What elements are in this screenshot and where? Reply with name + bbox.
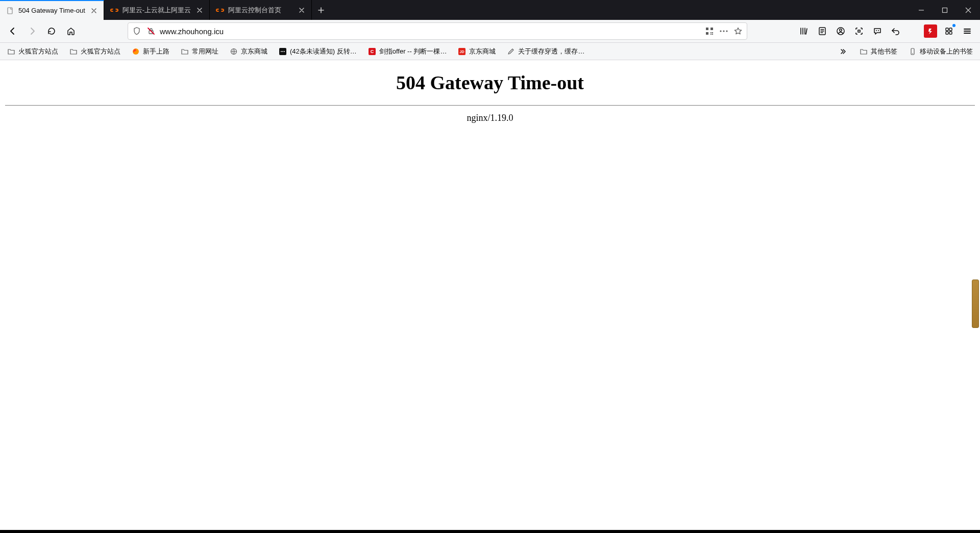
tab-close-button[interactable] bbox=[297, 6, 306, 15]
svg-rect-20 bbox=[946, 32, 948, 34]
svg-rect-7 bbox=[712, 34, 713, 35]
bookmark-label: 京东商城 bbox=[241, 47, 267, 56]
app-menu-button[interactable] bbox=[959, 22, 976, 40]
svg-text:C: C bbox=[370, 49, 374, 54]
tab-label: 504 Gateway Time-out bbox=[18, 7, 85, 14]
bookmark-label: 常用网址 bbox=[192, 47, 218, 56]
svg-point-26 bbox=[282, 51, 283, 52]
square-dark-icon bbox=[279, 47, 287, 56]
screenshot-button[interactable] bbox=[850, 22, 868, 40]
svg-point-16 bbox=[876, 30, 877, 31]
svg-rect-6 bbox=[710, 32, 712, 33]
divider bbox=[5, 105, 975, 106]
bookmark-label: 剑指offer -- 判断一棵… bbox=[379, 47, 447, 56]
server-signature: nginx/1.19.0 bbox=[5, 113, 975, 123]
folder-icon bbox=[860, 47, 868, 56]
tab-2[interactable]: 阿里云控制台首页 bbox=[210, 0, 312, 20]
svg-rect-5 bbox=[706, 32, 708, 35]
reader-view-button[interactable] bbox=[814, 22, 831, 40]
window-close-button[interactable] bbox=[957, 0, 980, 20]
page-viewport[interactable]: 504 Gateway Time-out nginx/1.19.0 bbox=[0, 60, 980, 530]
tab-label: 阿里云控制台首页 bbox=[228, 6, 293, 15]
back-button[interactable] bbox=[4, 22, 21, 40]
svg-point-25 bbox=[281, 51, 282, 52]
insecure-lock-icon[interactable] bbox=[145, 26, 157, 37]
new-tab-button[interactable] bbox=[312, 0, 330, 20]
svg-point-27 bbox=[284, 51, 285, 52]
folder-icon bbox=[7, 47, 15, 56]
bookmark-item[interactable]: C 剑指offer -- 判断一棵… bbox=[366, 45, 449, 58]
blank-doc-icon bbox=[6, 7, 14, 15]
bookmark-item[interactable]: (42条未读通知) 反转… bbox=[277, 45, 359, 58]
chat-button[interactable] bbox=[869, 22, 886, 40]
library-button[interactable] bbox=[795, 22, 813, 40]
tab-close-button[interactable] bbox=[89, 6, 99, 15]
bookmark-mobile-folder[interactable]: 移动设备上的书签 bbox=[906, 45, 975, 58]
page-actions-icon[interactable] bbox=[718, 26, 729, 37]
bookmarks-bar: 火狐官方站点 火狐官方站点 新手上路 常用网址 京东商城 (42条未读通知) 反… bbox=[0, 43, 980, 60]
svg-rect-0 bbox=[8, 8, 12, 14]
home-button[interactable] bbox=[62, 22, 80, 40]
address-bar[interactable] bbox=[128, 22, 747, 40]
account-button[interactable] bbox=[832, 22, 849, 40]
titlebar: 504 Gateway Time-out 阿里云-上云就上阿里云 阿里云控制台首… bbox=[0, 0, 980, 20]
undo-button[interactable] bbox=[887, 22, 904, 40]
titlebar-drag-area[interactable] bbox=[330, 0, 910, 20]
svg-rect-8 bbox=[710, 34, 712, 35]
folder-icon bbox=[69, 47, 78, 56]
svg-rect-21 bbox=[949, 32, 952, 34]
navigation-toolbar bbox=[0, 20, 980, 43]
bookmark-item[interactable]: JD 京东商城 bbox=[456, 45, 498, 58]
os-taskbar[interactable] bbox=[0, 530, 980, 533]
bookmark-label: (42条未读通知) 反转… bbox=[290, 47, 357, 56]
svg-text:JD: JD bbox=[460, 50, 464, 54]
svg-rect-1 bbox=[943, 8, 947, 12]
scrollbar-thumb[interactable] bbox=[972, 280, 979, 328]
whats-new-button[interactable] bbox=[940, 22, 958, 40]
svg-point-12 bbox=[726, 30, 727, 32]
svg-point-11 bbox=[723, 30, 724, 32]
reload-button[interactable] bbox=[43, 22, 60, 40]
bookmark-label: 火狐官方站点 bbox=[18, 47, 58, 56]
bookmark-other-folder[interactable]: 其他书签 bbox=[857, 45, 899, 58]
bookmark-label: 关于缓存穿透，缓存… bbox=[518, 47, 584, 56]
svg-point-17 bbox=[878, 30, 879, 31]
bookmark-label: 京东商城 bbox=[469, 47, 496, 56]
bookmark-item[interactable]: 新手上路 bbox=[130, 45, 172, 58]
forward-button[interactable] bbox=[23, 22, 41, 40]
svg-point-33 bbox=[912, 53, 913, 54]
svg-rect-18 bbox=[946, 28, 948, 31]
bookmark-item[interactable]: 火狐官方站点 bbox=[67, 45, 122, 58]
tab-0[interactable]: 504 Gateway Time-out bbox=[0, 0, 104, 20]
folder-icon bbox=[181, 47, 189, 56]
qr-icon[interactable] bbox=[704, 26, 715, 37]
bookmark-item[interactable]: 关于缓存穿透，缓存… bbox=[505, 45, 586, 58]
pen-icon bbox=[507, 47, 515, 56]
error-heading: 504 Gateway Time-out bbox=[5, 71, 975, 94]
tab-1[interactable]: 阿里云-上云就上阿里云 bbox=[104, 0, 210, 20]
svg-point-15 bbox=[840, 29, 842, 32]
flash-extension-button[interactable] bbox=[922, 22, 939, 40]
tab-label: 阿里云-上云就上阿里云 bbox=[122, 6, 191, 15]
svg-rect-9 bbox=[712, 32, 713, 33]
bookmark-label: 移动设备上的书签 bbox=[920, 47, 973, 56]
flash-icon bbox=[924, 24, 937, 38]
svg-rect-19 bbox=[949, 28, 952, 31]
aliyun-icon bbox=[110, 6, 118, 14]
tab-close-button[interactable] bbox=[195, 6, 204, 15]
svg-rect-4 bbox=[710, 28, 713, 30]
bookmark-item[interactable]: 火狐官方站点 bbox=[5, 45, 60, 58]
c-red-icon: C bbox=[368, 47, 376, 56]
window-maximize-button[interactable] bbox=[933, 0, 957, 20]
bookmarks-overflow-button[interactable] bbox=[838, 45, 850, 58]
url-input[interactable] bbox=[160, 27, 701, 36]
svg-rect-3 bbox=[706, 28, 708, 30]
bookmark-item[interactable]: 京东商城 bbox=[228, 45, 270, 58]
window-minimize-button[interactable] bbox=[910, 0, 933, 20]
shield-icon[interactable] bbox=[131, 26, 142, 37]
bookmark-star-icon[interactable] bbox=[732, 26, 744, 37]
svg-point-10 bbox=[720, 30, 721, 32]
bookmark-label: 新手上路 bbox=[143, 47, 169, 56]
firefox-icon bbox=[132, 47, 140, 56]
bookmark-item[interactable]: 常用网址 bbox=[179, 45, 220, 58]
